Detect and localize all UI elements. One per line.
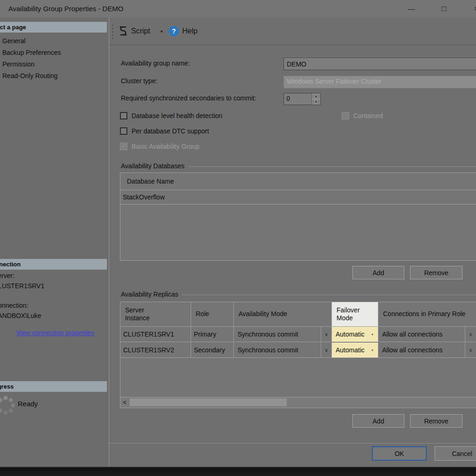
replicas-add-button[interactable]: Add bbox=[352, 414, 404, 428]
basic-ag-checkbox: ✓ bbox=[120, 143, 127, 150]
ag-name-input[interactable] bbox=[284, 58, 476, 70]
checkmark-icon: ✓ bbox=[121, 143, 126, 149]
progress-spinner-icon bbox=[0, 395, 16, 416]
sidebar-item-general[interactable]: General bbox=[2, 35, 26, 47]
replica-row-cell-availability-mode[interactable]: Synchronous commit bbox=[234, 343, 321, 358]
replicas-remove-button[interactable]: Remove bbox=[410, 414, 463, 428]
cell-dropdown-icon: ▾ bbox=[371, 348, 374, 352]
progress-header: Progress bbox=[0, 381, 107, 392]
replica-row-cell-role: Secondary bbox=[191, 343, 234, 358]
replica-row-cell-failover-mode[interactable]: Automatic ▾ bbox=[332, 327, 378, 342]
script-button-label: Script bbox=[131, 27, 150, 35]
desktop-background: { "window": { "title": "Availability Gro… bbox=[0, 0, 476, 476]
chevron-down-icon: ∨ bbox=[321, 347, 331, 353]
contained-label: Contained bbox=[353, 112, 383, 119]
help-question-glyph: ? bbox=[172, 27, 176, 35]
help-icon: ? bbox=[169, 24, 179, 38]
scrollbar-thumb[interactable] bbox=[130, 398, 287, 406]
minimize-icon: — bbox=[408, 5, 415, 13]
availability-replicas-label: Availability Replicas bbox=[121, 291, 178, 298]
toolbar: Script ▾ ? Help bbox=[109, 18, 476, 45]
databases-column-header[interactable]: Database Name bbox=[120, 173, 476, 190]
server-label: Server: bbox=[0, 272, 14, 279]
availability-databases-group: Availability Databases bbox=[121, 162, 476, 170]
connection-value: SANDBOX\Luke bbox=[0, 312, 41, 319]
chevron-down-icon: ∨ bbox=[465, 331, 476, 337]
chevron-down-icon: ∨ bbox=[465, 347, 476, 353]
horizontal-scrollbar[interactable]: < bbox=[120, 397, 476, 408]
dtc-support-label: Per database DTC support bbox=[132, 127, 209, 135]
server-value: CLUSTER1SRV1 bbox=[0, 282, 44, 290]
script-button[interactable]: Script bbox=[131, 24, 150, 38]
required-secondaries-stepper[interactable]: 0 ▲ ▼ bbox=[284, 93, 321, 105]
availability-group-properties-dialog: Availability Group Properties - DEMO — □… bbox=[0, 0, 476, 468]
availability-databases-label: Availability Databases bbox=[121, 162, 185, 170]
availability-mode-dropdown[interactable]: ∨ bbox=[321, 343, 332, 358]
spin-up-button[interactable]: ▲ bbox=[312, 93, 320, 99]
connection-label: Connection: bbox=[0, 302, 28, 309]
group-rule bbox=[182, 295, 476, 295]
maximize-button[interactable]: □ bbox=[433, 1, 455, 16]
col-header-failover-mode[interactable]: Failover Mode bbox=[332, 302, 378, 326]
required-secondaries-value[interactable]: 0 bbox=[284, 93, 311, 105]
cluster-type-label: Cluster type: bbox=[121, 77, 158, 85]
db-health-checkbox[interactable] bbox=[120, 112, 127, 119]
close-button[interactable]: × bbox=[466, 1, 476, 16]
replica-row-cell-server[interactable]: CLUSTER1SRV1 bbox=[120, 327, 191, 342]
chevron-down-icon: ∨ bbox=[321, 331, 331, 337]
maximize-icon: □ bbox=[442, 4, 446, 13]
ok-button[interactable]: OK bbox=[372, 446, 427, 461]
databases-remove-button[interactable]: Remove bbox=[410, 266, 463, 279]
connections-dropdown[interactable]: ∨ bbox=[465, 343, 476, 358]
replica-row-cell-server[interactable]: CLUSTER1SRV2 bbox=[120, 343, 191, 358]
toolbar-grip-icon bbox=[112, 25, 114, 39]
col-header-role[interactable]: Role bbox=[191, 302, 234, 326]
group-rule bbox=[188, 166, 476, 167]
sidebar-item-read-only-routing[interactable]: Read-Only Routing bbox=[2, 70, 58, 82]
replica-row-cell-role: Primary bbox=[191, 327, 234, 342]
replicas-table: Server Instance Role Availability Mode F… bbox=[120, 302, 476, 408]
scroll-left-button[interactable]: < bbox=[120, 397, 129, 407]
minimize-button[interactable]: — bbox=[401, 1, 422, 16]
sidebar-item-permission[interactable]: Permission bbox=[2, 59, 34, 70]
basic-ag-label: Basic Availability Group bbox=[132, 143, 199, 150]
scroll-left-icon: < bbox=[123, 399, 126, 406]
col-header-availability-mode[interactable]: Availability Mode bbox=[234, 302, 332, 326]
content-panel: Script ▾ ? Help Availability group name:… bbox=[109, 18, 476, 467]
spin-down-button[interactable]: ▼ bbox=[312, 99, 320, 105]
footer-divider bbox=[109, 443, 476, 443]
connections-dropdown[interactable]: ∨ bbox=[465, 327, 476, 342]
sidebar: Select a page General Backup Preferences… bbox=[0, 18, 109, 467]
spin-up-icon: ▲ bbox=[314, 94, 318, 98]
dtc-support-checkbox[interactable] bbox=[120, 127, 127, 135]
spin-down-icon: ▼ bbox=[314, 100, 318, 104]
select-a-page-header: Select a page bbox=[0, 22, 107, 33]
cluster-type-field: Windows Server Failover Cluster bbox=[284, 76, 476, 88]
title-bar[interactable]: Availability Group Properties - DEMO — □… bbox=[0, 0, 476, 18]
script-dropdown-button[interactable]: ▾ bbox=[160, 24, 163, 38]
databases-add-button[interactable]: Add bbox=[352, 266, 404, 279]
view-connection-properties-link[interactable]: View connection properties bbox=[16, 329, 94, 337]
replica-row-cell-connections[interactable]: Allow all connections bbox=[378, 343, 465, 358]
cell-dropdown-icon: ▾ bbox=[371, 332, 374, 337]
script-icon bbox=[118, 24, 129, 38]
help-button[interactable]: Help bbox=[182, 24, 198, 38]
help-button-label: Help bbox=[182, 27, 198, 35]
replica-row-cell-failover-mode[interactable]: Automatic ▾ bbox=[332, 343, 378, 358]
availability-mode-dropdown[interactable]: ∨ bbox=[321, 327, 332, 342]
required-secondaries-label: Required synchronized secondaries to com… bbox=[121, 94, 256, 102]
window-title: Availability Group Properties - DEMO bbox=[8, 0, 123, 18]
connection-header: Connection bbox=[0, 259, 107, 270]
col-header-server-instance[interactable]: Server Instance bbox=[120, 302, 191, 326]
replica-row-cell-availability-mode[interactable]: Synchronous commit bbox=[234, 327, 321, 342]
database-row[interactable]: StackOverflow bbox=[120, 190, 476, 205]
ag-name-label: Availability group name: bbox=[121, 60, 190, 67]
replica-row-cell-connections[interactable]: Allow all connections bbox=[378, 327, 465, 342]
availability-replicas-group: Availability Replicas bbox=[121, 290, 476, 298]
cancel-button[interactable]: Cancel bbox=[435, 446, 476, 461]
chevron-down-icon: ▾ bbox=[160, 29, 163, 34]
sidebar-item-backup-preferences[interactable]: Backup Preferences bbox=[2, 47, 61, 59]
contained-checkbox bbox=[342, 112, 349, 119]
col-header-connections-primary-role[interactable]: Connections in Primary Role bbox=[378, 302, 476, 326]
progress-status: Ready bbox=[18, 400, 38, 408]
